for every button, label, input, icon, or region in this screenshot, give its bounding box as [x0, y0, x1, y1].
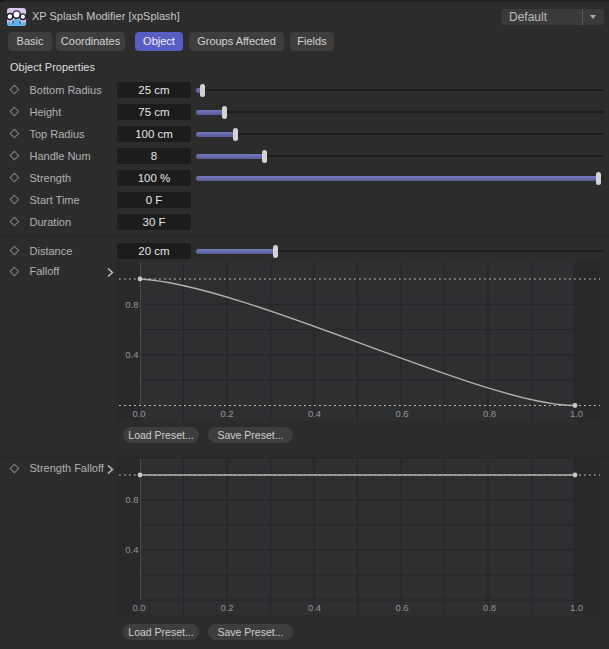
svg-text:0.0: 0.0: [132, 602, 145, 613]
svg-text:0.6: 0.6: [395, 408, 408, 419]
svg-text:0.8: 0.8: [483, 408, 496, 419]
svg-text:1.0: 1.0: [570, 602, 583, 613]
svg-text:0.4: 0.4: [125, 544, 138, 555]
svg-text:0.2: 0.2: [220, 408, 233, 419]
svg-text:0.8: 0.8: [125, 494, 138, 505]
svg-text:0.4: 0.4: [125, 349, 138, 360]
svg-text:0.4: 0.4: [308, 602, 321, 613]
svg-text:0.6: 0.6: [395, 602, 408, 613]
svg-text:0.8: 0.8: [483, 602, 496, 613]
svg-text:0.4: 0.4: [308, 408, 321, 419]
svg-text:0.0: 0.0: [132, 408, 145, 419]
svg-text:0.8: 0.8: [125, 299, 138, 310]
svg-text:1.0: 1.0: [570, 408, 583, 419]
svg-text:0.2: 0.2: [220, 602, 233, 613]
